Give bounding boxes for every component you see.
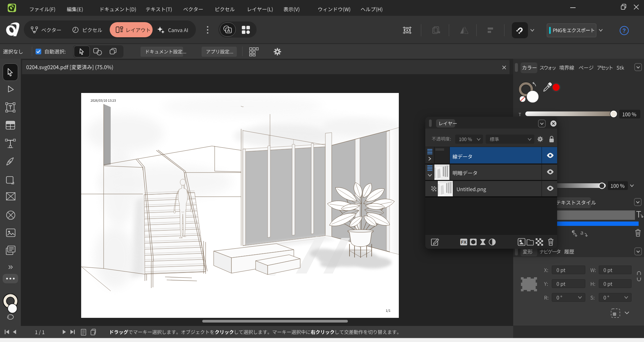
- svg-text:?: ?: [623, 28, 626, 34]
- svg-text:FX: FX: [461, 240, 467, 245]
